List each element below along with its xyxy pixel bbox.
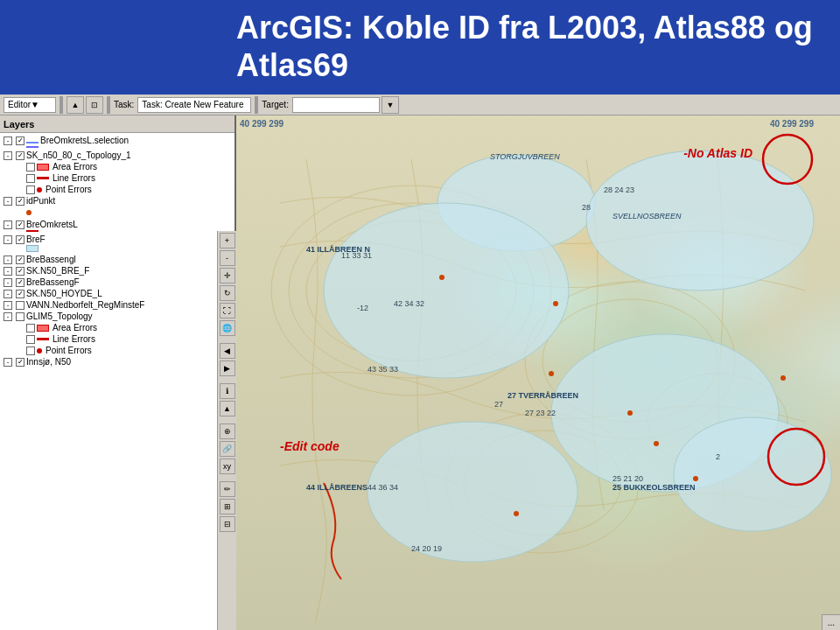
cb-idpunkt[interactable]: ✓ <box>16 197 24 206</box>
expand-topology1[interactable]: - <box>4 151 12 160</box>
cb-brebassengf[interactable]: ✓ <box>16 278 24 287</box>
toc-panel: Layers - ✓ BreOmkretsL.selection - ✓ <box>0 116 236 630</box>
cb-area-err2[interactable] <box>26 324 35 332</box>
map-canvas[interactable]: 40 299 299 40 299 299 STORGJUVBREEN SVEL… <box>236 116 840 630</box>
task-dropdown[interactable]: Task: Create New Feature <box>137 97 251 113</box>
rt-zoom-in[interactable]: + <box>220 233 235 248</box>
editor-toolbar: Editor▼ ▲ ⊡ Task: Task: Create New Featu… <box>0 94 840 116</box>
lbl-line-err2: Line Errors <box>52 334 95 344</box>
rt-edit2[interactable]: ⊟ <box>220 516 235 532</box>
rt-edit1[interactable]: ⊞ <box>220 499 235 514</box>
cb-brebassengl[interactable]: ✓ <box>16 256 24 264</box>
rt-back[interactable]: ◀ <box>220 343 235 359</box>
rt-rotate[interactable]: ↻ <box>220 285 235 301</box>
expand-hoyde-l[interactable]: - <box>4 290 12 298</box>
rt-forward[interactable]: ▶ <box>220 360 235 376</box>
cb-line-err1[interactable] <box>26 174 35 183</box>
icon-pt-err2 <box>37 348 42 354</box>
rt-pan[interactable]: ✛ <box>220 268 235 284</box>
rt-sketch[interactable]: ✏ <box>220 481 235 497</box>
toc-item-area-err2[interactable]: Area Errors <box>21 322 234 333</box>
cb-topology1[interactable]: ✓ <box>16 151 24 160</box>
idpunkt-icon <box>26 210 32 215</box>
toc-item-line-err1[interactable]: Line Errors <box>21 172 234 184</box>
lbl-area-err2: Area Errors <box>52 323 97 332</box>
rt-globe[interactable]: 🌐 <box>220 320 235 336</box>
icon-pt-err1 <box>37 187 42 192</box>
cb-pt-err1[interactable] <box>26 186 35 194</box>
toc-item-line-err2[interactable]: Line Errors <box>21 333 234 345</box>
editor-dropdown[interactable]: Editor▼ <box>4 97 56 113</box>
icon-line-err2 <box>37 338 49 340</box>
target-dropdown[interactable] <box>292 97 380 113</box>
cb-breomkrets-sel[interactable]: ✓ <box>16 136 24 145</box>
edit-node[interactable]: ⊡ <box>86 96 103 114</box>
label-svellnosbreen: SVELLNOSBREEN <box>612 212 682 220</box>
ann-27: 27 <box>494 400 503 409</box>
ann-43-35-33: 43 35 33 <box>368 365 398 374</box>
cb-pt-err2[interactable] <box>26 346 35 355</box>
ann-28-24-23: 28 24 23 <box>604 186 634 194</box>
cb-breomkrets[interactable]: ✓ <box>16 220 24 229</box>
cb-bref[interactable]: ✓ <box>16 235 24 244</box>
rt-identify[interactable]: ℹ <box>220 383 235 399</box>
rt-zoom-out[interactable]: - <box>220 250 235 266</box>
expand-breomkrets-sel[interactable]: - <box>4 136 12 145</box>
cb-vann[interactable] <box>16 301 24 310</box>
cb-sk-bre-f[interactable]: ✓ <box>16 267 24 276</box>
lbl-topology1: SK_n50_80_c_Topology_1 <box>26 150 131 160</box>
toc-item-brebassengl[interactable]: - ✓ BreBassengl <box>0 254 234 265</box>
icon-line-err1 <box>37 177 49 179</box>
expand-glim5[interactable]: - <box>4 312 12 321</box>
expand-breomkrets[interactable]: - <box>4 220 12 229</box>
toc-item-breomkrets[interactable]: - ✓ BreOmkretsL <box>0 219 234 230</box>
ann-42-34-32: 42 34 32 <box>394 299 424 308</box>
cb-line-err2[interactable] <box>26 335 35 344</box>
toc-item-breomkrets-sel[interactable]: - ✓ BreOmkretsL.selection <box>0 135 234 146</box>
rt-select[interactable]: ▲ <box>220 401 235 416</box>
rt-xy[interactable]: xy <box>220 458 235 474</box>
expand-brebassengl[interactable]: - <box>4 256 12 264</box>
expand-sk-bre-f[interactable]: - <box>4 267 12 276</box>
cb-innsjo[interactable]: ✓ <box>16 358 24 367</box>
toc-item-hoyde-l[interactable]: - ✓ SK.N50_HOYDE_L <box>0 288 234 299</box>
expand-vann[interactable]: - <box>4 301 12 310</box>
rt-measure[interactable]: ⊕ <box>220 424 235 439</box>
lbl-pt-err2: Point Errors <box>46 346 92 355</box>
expand-brebassengf[interactable]: - <box>4 278 12 287</box>
rt-zoom-full[interactable]: ⛶ <box>220 303 235 318</box>
lbl-idpunkt: idPunkt <box>26 196 55 206</box>
icon-area-err2 <box>37 325 49 332</box>
cb-glim5[interactable] <box>16 312 24 321</box>
toc-item-pt-err1[interactable]: Point Errors <box>21 184 234 195</box>
rt-hyperlink[interactable]: 🔗 <box>220 441 235 457</box>
edit-cursor[interactable]: ▲ <box>66 96 84 114</box>
cb-hoyde-l[interactable]: ✓ <box>16 290 24 298</box>
title-text: ArcGIS: Koble ID fra L2003, Atlas88 og A… <box>236 10 813 83</box>
edit-code-label: -Edit code <box>280 439 340 453</box>
toc-item-bref[interactable]: - ✓ BreF <box>0 234 234 245</box>
toc-item-sk-bre-f[interactable]: - ✓ SK.N50_BRE_F <box>0 265 234 276</box>
lbl-glim5: GLIM5_Topology <box>26 312 93 321</box>
lbl-area-err1: Area Errors <box>52 162 97 172</box>
expand-innsjo[interactable]: - <box>4 358 12 367</box>
toc-item-area-err1[interactable]: Area Errors <box>21 161 234 172</box>
toc-item-idpunkt[interactable]: - ✓ idPunkt <box>0 195 234 206</box>
label-bukkeolsbreen: 25 BUKKEOLSBREEN <box>612 483 696 492</box>
expand-bref[interactable]: - <box>4 235 12 244</box>
target-btn[interactable]: ▼ <box>382 96 399 114</box>
toc-item-brebassengf[interactable]: - ✓ BreBassengF <box>0 276 234 288</box>
toc-item-vann[interactable]: - VANN.Nedborfelt_RegMinsteF <box>0 299 234 311</box>
ann-12: -12 <box>357 304 368 312</box>
toc-item-pt-err2[interactable]: Point Errors <box>21 345 234 356</box>
map-background <box>236 116 840 630</box>
expand-idpunkt[interactable]: - <box>4 197 12 206</box>
ann-27-23-22: 27 23 22 <box>525 409 556 417</box>
toc-item-glim5[interactable]: - GLIM5_Topology <box>0 311 234 322</box>
bref-icon <box>26 245 38 252</box>
lbl-vann: VANN.Nedborfelt_RegMinsteF <box>26 300 144 310</box>
toc-item-innsjo[interactable]: - ✓ Innsjø, N50 <box>0 356 234 368</box>
toc-item-topology1[interactable]: - ✓ SK_n50_80_c_Topology_1 <box>0 150 234 161</box>
toc-layer-list: - ✓ BreOmkretsL.selection - ✓ SK_n50_80_… <box>0 133 234 369</box>
cb-area-err1[interactable] <box>26 163 35 172</box>
